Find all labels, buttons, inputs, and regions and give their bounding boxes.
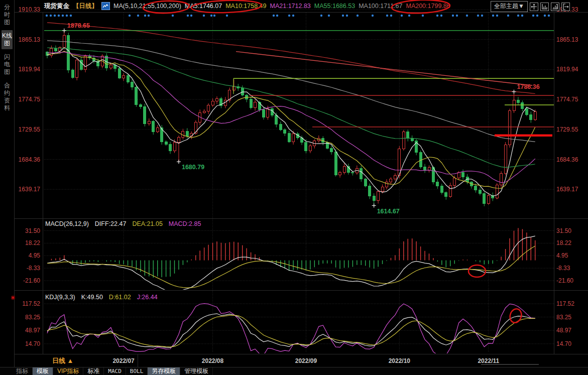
trading-app-window: 1910.331910.331865.131865.131819.941819.… — [0, 0, 588, 375]
svg-text:14.70: 14.70 — [25, 340, 40, 347]
macd-header: MACD(26,12,9) DIFF:22.47 DEA:21.05 MACD:… — [45, 220, 201, 227]
svg-text:4.95: 4.95 — [29, 252, 41, 259]
svg-text:1819.94: 1819.94 — [19, 66, 41, 73]
toolbar-topright: 全部主题▼ — [491, 1, 570, 12]
kdj-k-value: K:49.50 — [81, 294, 103, 301]
theme-selector-button[interactable]: 全部主题▼ — [491, 1, 528, 12]
symbol-title: 现货黄金 — [44, 2, 69, 11]
tab-macd[interactable]: MACD — [104, 367, 126, 375]
alert-dot-icon — [11, 296, 15, 300]
svg-text:1865.13: 1865.13 — [19, 36, 41, 43]
ma55-value: MA55:1686.53 — [314, 3, 355, 10]
svg-text:1774.75: 1774.75 — [556, 96, 578, 103]
ma5-value: MA5:1746.07 — [185, 3, 222, 10]
axis-left-chart-icon[interactable] — [540, 3, 549, 11]
svg-text:1680.79: 1680.79 — [182, 164, 204, 171]
svg-text:1865.13: 1865.13 — [556, 36, 578, 43]
ma-settings-label: MA(5,10,21,55,100,200) — [113, 3, 181, 10]
svg-text:1729.55: 1729.55 — [19, 126, 41, 133]
svg-text:83.25: 83.25 — [556, 314, 571, 321]
kdj-j-value: J:26.44 — [137, 294, 158, 301]
svg-text:1614.67: 1614.67 — [377, 208, 400, 215]
svg-text:1639.17: 1639.17 — [556, 186, 578, 193]
kdj-title: KDJ(9,3,3) — [45, 294, 75, 301]
svg-text:1684.36: 1684.36 — [19, 156, 41, 163]
svg-text:31.50: 31.50 — [25, 227, 40, 234]
svg-text:1684.36: 1684.36 — [556, 156, 578, 163]
macd-title: MACD(26,12,9) — [45, 220, 89, 227]
svg-text:1878.65: 1878.65 — [67, 22, 90, 29]
sidebar-item-contract-info[interactable]: 合约资料 — [2, 80, 13, 114]
chart-type-sidebar: 分时图 K线图 闪电图 合约资料 — [0, 0, 14, 367]
pan-crosshair-icon[interactable] — [530, 3, 538, 11]
macd-diff-value: DIFF:22.47 — [95, 220, 127, 227]
kline-mini-icon[interactable] — [101, 2, 110, 10]
kdj-header: KDJ(9,3,3) K:49.50 D:61.02 J:26.44 — [45, 294, 158, 301]
svg-text:1774.75: 1774.75 — [19, 96, 41, 103]
svg-text:18.22: 18.22 — [556, 239, 571, 246]
ma100-value: MA100:1711.67 — [359, 3, 402, 10]
kdj-d-value: D:61.02 — [109, 294, 131, 301]
tab-boll[interactable]: BOLL — [126, 367, 148, 375]
svg-text:31.50: 31.50 — [556, 227, 571, 234]
svg-text:48.97: 48.97 — [25, 327, 40, 334]
svg-text:14.70: 14.70 — [556, 340, 571, 347]
svg-text:1819.94: 1819.94 — [556, 66, 578, 73]
tab-vip-indicators[interactable]: VIP指标 — [53, 367, 83, 375]
xaxis-row: 日线 ▲ — [0, 354, 588, 367]
tab-manage-template[interactable]: 管理模板 — [180, 367, 213, 375]
macd-macd-value: MACD:2.85 — [169, 220, 201, 227]
sidebar-item-timeshare[interactable]: 分时图 — [2, 2, 13, 28]
svg-text:-8.33: -8.33 — [556, 265, 570, 272]
svg-text:117.52: 117.52 — [556, 300, 574, 307]
tab-indicators[interactable]: 指标 — [12, 367, 33, 375]
sidebar-item-lightning[interactable]: 闪电图 — [2, 51, 13, 78]
tab-save-template[interactable]: 另存模板 — [148, 367, 180, 375]
svg-text:48.97: 48.97 — [556, 327, 571, 334]
indicator-tabbar: 指标 模板 VIP指标 标准 MACD BOLL 另存模板 管理模板 — [0, 367, 588, 375]
svg-text:1729.55: 1729.55 — [556, 126, 578, 133]
svg-text:-21.60: -21.60 — [23, 277, 40, 284]
ma21-value: MA21:1712.83 — [270, 3, 311, 10]
tab-templates[interactable]: 模板 — [33, 367, 53, 375]
svg-text:83.25: 83.25 — [25, 314, 40, 321]
svg-text:117.52: 117.52 — [22, 300, 40, 307]
chart-canvas[interactable]: 1910.331910.331865.131865.131819.941819.… — [0, 0, 588, 375]
svg-text:1786.36: 1786.36 — [517, 83, 540, 90]
exit-pane-icon[interactable] — [561, 3, 570, 11]
svg-text:1639.17: 1639.17 — [19, 186, 41, 193]
chart-legend: 现货黄金 【日线】 MA(5,10,21,55,100,200) MA5:174… — [44, 0, 450, 12]
axis-right-chart-icon[interactable] — [551, 3, 559, 11]
sidebar-item-kline[interactable]: K线图 — [2, 30, 13, 49]
svg-text:-8.33: -8.33 — [27, 265, 41, 272]
period-label: 【日线】 — [73, 2, 98, 11]
macd-dea-value: DEA:21.05 — [132, 220, 162, 227]
tab-standard[interactable]: 标准 — [83, 367, 104, 375]
ma10-value: MA10:1758.49 — [225, 3, 266, 10]
period-selector[interactable]: 日线 ▲ — [43, 354, 138, 367]
ma200-value: MA200:1799.86 — [406, 3, 450, 10]
svg-text:1910.33: 1910.33 — [19, 6, 41, 13]
svg-text:4.95: 4.95 — [556, 252, 568, 259]
svg-text:18.22: 18.22 — [25, 239, 40, 246]
svg-text:-21.60: -21.60 — [556, 277, 573, 284]
